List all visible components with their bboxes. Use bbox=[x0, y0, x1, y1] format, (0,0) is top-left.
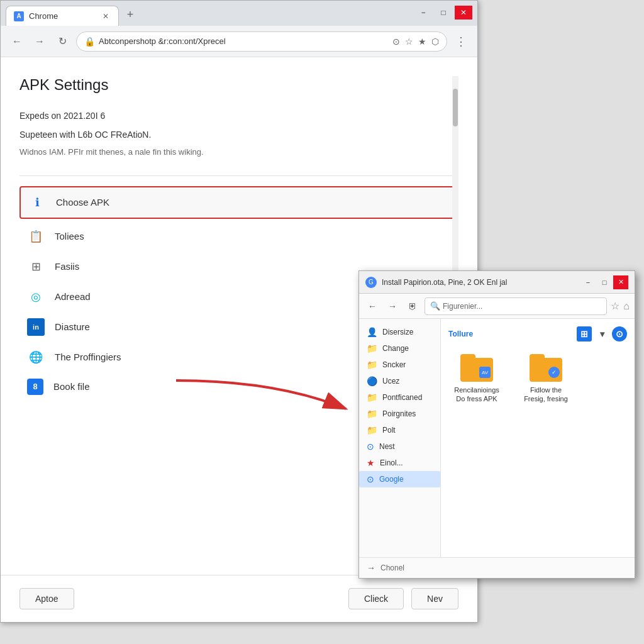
address-bar: ← → ↻ 🔒 Abtconpershotp &r:con:ont/Xprece… bbox=[1, 26, 477, 57]
aptoe-button[interactable]: Aptoe bbox=[19, 588, 74, 609]
dialog-title-text: Install Papirion.ota, Pine, 2 OK Enl jal bbox=[382, 278, 575, 287]
title-bar: A Chrome ✕ + − □ ✕ bbox=[1, 1, 477, 26]
browser-footer: Aptoe Clieck Nev bbox=[1, 575, 477, 622]
google-icon: ⊙ bbox=[367, 474, 374, 484]
sidebar-item-pontficaned[interactable]: 📁 Pontficaned bbox=[359, 389, 440, 406]
choose-apk-icon: ℹ bbox=[28, 194, 46, 211]
ucez-icon: 🔵 bbox=[367, 376, 377, 386]
polt-label: Polt bbox=[382, 426, 396, 435]
location-label: Tollure bbox=[448, 330, 473, 338]
nev-button[interactable]: Nev bbox=[411, 588, 458, 609]
dialog-footer: → Chonel bbox=[359, 557, 635, 578]
file-dialog: G Install Papirion.ota, Pine, 2 OK Enl j… bbox=[358, 270, 635, 579]
sidebar-item-sncker[interactable]: 📁 Sncker bbox=[359, 357, 440, 373]
sncker-label: Sncker bbox=[382, 360, 406, 369]
back-button[interactable]: ← bbox=[8, 33, 26, 50]
diasture-label: Diasture bbox=[55, 321, 90, 332]
nest-icon: ⊙ bbox=[367, 441, 374, 452]
description-line3: Widnos IAM. PFIr mit thenes, a nale fin … bbox=[19, 147, 458, 157]
dialog-maximize-button[interactable]: □ bbox=[597, 275, 612, 289]
dialog-search-placeholder: Figurenier... bbox=[443, 302, 482, 311]
dialog-forward-button[interactable]: → bbox=[384, 298, 401, 314]
choose-apk-label: Choose APK bbox=[56, 197, 109, 208]
dialog-favicon: G bbox=[365, 277, 377, 288]
fasiis-icon: ⊞ bbox=[27, 258, 45, 275]
file-item[interactable]: AV Rencilanioings Do fress APK bbox=[448, 349, 505, 409]
bookmark-icon[interactable]: ☆ bbox=[405, 36, 413, 47]
url-icons: ⊙ ☆ ★ ⬡ bbox=[392, 36, 439, 47]
dialog-main: Tollure ⊞ ▾ ⊙ AV bbox=[441, 319, 635, 557]
folder-icon-2: ✓ bbox=[530, 354, 562, 382]
change-label: Change bbox=[382, 344, 409, 353]
dialog-search-box[interactable]: 🔍 Figurenier... bbox=[425, 297, 607, 315]
sidebar-item-google[interactable]: ⊙ Google bbox=[359, 471, 440, 487]
footer-label: Chonel bbox=[380, 564, 404, 572]
dialog-minimize-button[interactable]: − bbox=[580, 275, 596, 289]
dialog-win-controls: − □ ✕ bbox=[580, 275, 628, 289]
pontficaned-label: Pontficaned bbox=[382, 393, 422, 402]
proffingiers-label: The Proffingiers bbox=[55, 352, 121, 362]
grid-view-button[interactable]: ⊞ bbox=[577, 326, 592, 341]
proffingiers-icon: 🌐 bbox=[27, 348, 45, 366]
url-bar[interactable]: 🔒 Abtconpershotp &r:con:ont/Xprecel ⊙ ☆ … bbox=[76, 31, 447, 52]
ucez-label: Ucez bbox=[382, 377, 399, 386]
url-text: Abtconpershotp &r:con:ont/Xprecel bbox=[99, 36, 389, 46]
pontficaned-icon: 📁 bbox=[367, 392, 377, 402]
minimize-button[interactable]: − bbox=[414, 6, 432, 19]
sidebar-item-disersize[interactable]: 👤 Disersize bbox=[359, 324, 440, 340]
einol-icon: ★ bbox=[367, 458, 375, 468]
choose-apk-item[interactable]: ℹ Choose APK bbox=[19, 186, 458, 219]
bookmark-filled-icon[interactable]: ★ bbox=[418, 36, 426, 47]
bookfile-icon: 8 bbox=[27, 379, 43, 395]
poirgnites-label: Poirgnites bbox=[382, 409, 416, 418]
reload-icon[interactable]: ⊙ bbox=[392, 36, 400, 47]
more-options-button[interactable]: ⋮ bbox=[452, 33, 470, 50]
dialog-body: 👤 Disersize 📁 Change 📁 Sncker 🔵 Ucez 📁 P… bbox=[359, 319, 635, 557]
dialog-title-bar: G Install Papirion.ota, Pine, 2 OK Enl j… bbox=[359, 271, 635, 294]
sidebar-item-einol[interactable]: ★ Einol... bbox=[359, 455, 440, 471]
files-grid: AV Rencilanioings Do fress APK ✓ bbox=[448, 349, 627, 409]
list-item[interactable]: 📋 Toliees bbox=[19, 221, 458, 252]
dialog-footer-row: → Chonel bbox=[367, 563, 627, 573]
adread-icon: ◎ bbox=[27, 288, 45, 306]
file-label-2: Fidlow the Fresig, fresing bbox=[523, 386, 569, 404]
list-view-button[interactable]: ▾ bbox=[594, 326, 609, 341]
refresh-button[interactable]: ↻ bbox=[53, 33, 71, 50]
sidebar-item-poirgnites[interactable]: 📁 Poirgnites bbox=[359, 406, 440, 422]
clieck-button[interactable]: Clieck bbox=[348, 588, 404, 609]
sidebar-item-ucez[interactable]: 🔵 Ucez bbox=[359, 373, 440, 389]
maximize-button[interactable]: □ bbox=[435, 6, 452, 19]
google-label: Google bbox=[379, 475, 404, 484]
page-title: APK Settings bbox=[19, 76, 458, 94]
description-line1: Expeds on 2021.20I 6 bbox=[19, 109, 458, 123]
sidebar-item-nest[interactable]: ⊙ Nest bbox=[359, 438, 440, 455]
dialog-close-button[interactable]: ✕ bbox=[613, 275, 628, 289]
scrollbar-thumb bbox=[453, 89, 458, 126]
fasiis-label: Fasiis bbox=[55, 261, 79, 272]
adread-label: Adreead bbox=[55, 291, 91, 302]
sidebar-item-polt[interactable]: 📁 Polt bbox=[359, 422, 440, 438]
close-button[interactable]: ✕ bbox=[455, 6, 472, 19]
folder-badge-1: AV bbox=[479, 367, 491, 378]
dialog-refresh-button[interactable]: ⛨ bbox=[404, 298, 421, 314]
tab-close-button[interactable]: ✕ bbox=[101, 11, 111, 21]
folder-badge-2: ✓ bbox=[548, 367, 560, 378]
polt-icon: 📁 bbox=[367, 425, 377, 435]
settings-button[interactable]: ⊙ bbox=[612, 326, 627, 341]
divider bbox=[19, 175, 458, 176]
tab-title: Chrome bbox=[29, 11, 96, 21]
nest-label: Nest bbox=[379, 442, 395, 451]
sidebar-item-change[interactable]: 📁 Change bbox=[359, 340, 440, 357]
dialog-home-icon[interactable]: ⌂ bbox=[623, 301, 630, 312]
new-tab-button[interactable]: + bbox=[121, 6, 139, 23]
dialog-star-icon[interactable]: ☆ bbox=[611, 300, 619, 312]
dialog-back-button[interactable]: ← bbox=[364, 298, 380, 314]
toliees-label: Toliees bbox=[55, 231, 84, 242]
tab-area: A Chrome ✕ + bbox=[6, 1, 139, 26]
active-tab[interactable]: A Chrome ✕ bbox=[6, 6, 119, 26]
change-icon: 📁 bbox=[367, 343, 377, 353]
shield-icon[interactable]: ⬡ bbox=[431, 36, 439, 47]
forward-button[interactable]: → bbox=[31, 33, 48, 50]
tab-favicon: A bbox=[14, 11, 24, 21]
file-item[interactable]: ✓ Fidlow the Fresig, fresing bbox=[518, 349, 574, 409]
